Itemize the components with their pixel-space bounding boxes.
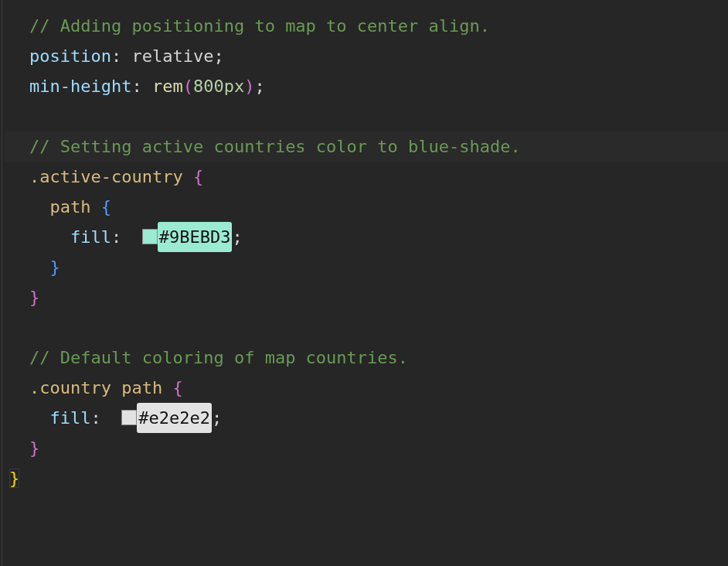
paren-token: ( (183, 77, 193, 96)
gutter-rule (2, 0, 2, 566)
brace-token: { (101, 197, 111, 217)
code-line: min-height: rem(800px); (5, 71, 728, 101)
code-line: } (5, 252, 728, 282)
brace-token: } (9, 469, 19, 488)
comment-token: // Setting active countries color to blu… (29, 137, 521, 156)
code-editor[interactable]: // Adding positioning to map to center a… (0, 0, 728, 566)
color-hex-token: #e2e2e2 (137, 403, 212, 433)
code-line: position: relative; (5, 41, 728, 71)
color-swatch-icon (142, 229, 158, 244)
space (90, 197, 100, 217)
space (183, 167, 193, 186)
code-line: } (5, 463, 728, 493)
comment-token: // Adding positioning to map to center a… (29, 16, 490, 36)
brace-token: } (29, 288, 39, 307)
code-line: } (5, 433, 728, 463)
code-line: } (5, 282, 728, 312)
color-hex-token: #9BEBD3 (158, 222, 233, 252)
code-line: .active-country { (5, 162, 728, 192)
punct-token: ; (213, 46, 223, 66)
brace-token: } (29, 438, 39, 458)
punct-token: : (131, 77, 152, 96)
code-line (5, 312, 728, 343)
code-line: .country path { (5, 373, 728, 403)
code-line: // Adding positioning to map to center a… (5, 11, 728, 41)
punct-token: : (90, 408, 121, 428)
code-line: path { (5, 192, 728, 222)
selector-token: .country path (29, 378, 162, 397)
number-token: 800px (193, 77, 244, 96)
code-line (5, 101, 728, 131)
property-token: min-height (29, 77, 131, 96)
punct-token: ; (254, 77, 264, 96)
selector-token: .active-country (29, 167, 183, 186)
punct-token: ; (212, 408, 222, 428)
paren-token: ) (244, 77, 254, 96)
property-token: fill (70, 227, 111, 247)
punct-token: : (111, 46, 132, 66)
code-line: // Default coloring of map countries. (5, 343, 728, 373)
brace-token: } (50, 257, 60, 277)
code-line: fill: #e2e2e2; (5, 403, 728, 433)
selector-token: path (50, 197, 91, 217)
color-swatch-icon (121, 410, 137, 425)
space (162, 378, 172, 397)
punct-token: : (111, 227, 142, 247)
brace-token: { (172, 378, 182, 397)
code-line-active: // Setting active countries color to blu… (5, 131, 728, 162)
value-token: relative (131, 46, 213, 66)
property-token: fill (50, 408, 91, 428)
property-token: position (29, 46, 111, 66)
comment-token: // Default coloring of map countries. (29, 348, 408, 367)
brace-token: { (193, 167, 203, 186)
code-line: fill: #9BEBD3; (5, 222, 728, 252)
punct-token: ; (232, 227, 242, 247)
function-token: rem (152, 77, 183, 96)
